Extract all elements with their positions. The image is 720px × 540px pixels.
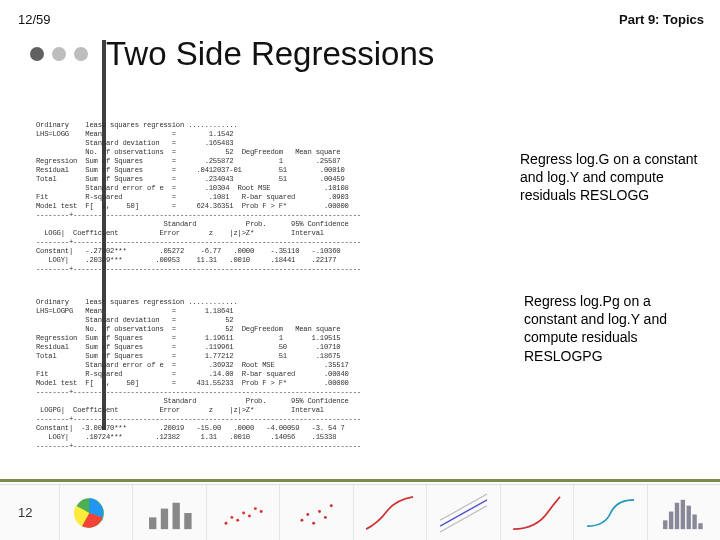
caption-reslogg: Regress log.G on a constant and log.Y an…	[520, 150, 700, 205]
thumb-pagenum: 12	[0, 485, 60, 540]
svg-rect-19	[669, 511, 673, 529]
svg-point-13	[306, 513, 309, 516]
svg-point-16	[324, 515, 327, 518]
thumb-line	[354, 485, 427, 540]
svg-rect-3	[173, 502, 180, 528]
thumb-curve	[501, 485, 574, 540]
thumbnail-strip: 12	[0, 484, 720, 540]
svg-point-11	[259, 510, 262, 513]
dot-icon	[74, 47, 88, 61]
svg-point-8	[242, 511, 245, 514]
thumb-hist	[648, 485, 720, 540]
thumb-bar	[133, 485, 206, 540]
svg-point-12	[300, 518, 303, 521]
svg-rect-18	[663, 520, 667, 529]
svg-point-17	[330, 504, 333, 507]
svg-rect-21	[681, 499, 685, 528]
svg-rect-2	[161, 508, 168, 529]
thumb-band	[427, 485, 500, 540]
svg-point-6	[230, 515, 233, 518]
svg-rect-20	[675, 502, 679, 528]
slide-counter: 12/59	[18, 12, 51, 27]
svg-point-9	[247, 514, 250, 517]
thumb-logistic	[574, 485, 647, 540]
dot-icon	[30, 47, 44, 61]
svg-point-7	[236, 518, 239, 521]
dot-icon	[52, 47, 66, 61]
svg-point-10	[253, 507, 256, 510]
svg-rect-22	[687, 505, 691, 528]
svg-point-15	[318, 510, 321, 513]
thumb-scatter	[207, 485, 280, 540]
svg-rect-4	[184, 513, 191, 529]
part-label: Part 9: Topics	[619, 12, 704, 27]
bullet-dots	[30, 47, 88, 61]
svg-point-5	[224, 521, 227, 524]
accent-bar	[0, 479, 720, 482]
page-number: 12	[18, 505, 32, 520]
svg-rect-23	[693, 514, 697, 529]
thumb-pie	[60, 485, 133, 540]
caption-reslogpg: Regress log.Pg on a constant and log.Y a…	[524, 292, 704, 365]
svg-point-14	[312, 521, 315, 524]
thumb-scatter2	[280, 485, 353, 540]
svg-rect-1	[149, 517, 156, 529]
svg-rect-24	[698, 523, 702, 529]
slide-title: Two Side Regressions	[106, 35, 434, 73]
